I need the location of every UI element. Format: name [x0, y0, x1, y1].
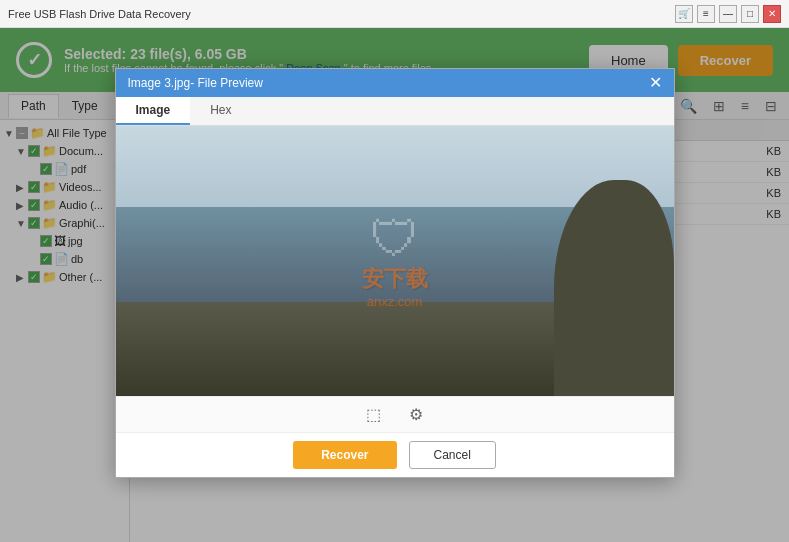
cart-button[interactable]: 🛒 — [675, 5, 693, 23]
modal-overlay: Image 3.jpg- File Preview ✕ Image Hex 🛡 … — [0, 28, 789, 542]
settings-tool-button[interactable]: ⚙ — [403, 403, 429, 426]
close-button[interactable]: ✕ — [763, 5, 781, 23]
restore-button[interactable]: □ — [741, 5, 759, 23]
title-bar: Free USB Flash Drive Data Recovery 🛒 ≡ —… — [0, 0, 789, 28]
minimize-button[interactable]: — — [719, 5, 737, 23]
rock-right-layer — [554, 180, 674, 396]
app-title: Free USB Flash Drive Data Recovery — [8, 8, 191, 20]
modal-tabs: Image Hex — [116, 97, 674, 126]
watermark-url: anxz.com — [367, 294, 423, 309]
modal-header: Image 3.jpg- File Preview ✕ — [116, 69, 674, 97]
file-preview-modal: Image 3.jpg- File Preview ✕ Image Hex 🛡 … — [115, 68, 675, 478]
modal-close-button[interactable]: ✕ — [649, 75, 662, 91]
recover-modal-button[interactable]: Recover — [293, 441, 396, 469]
window-controls: 🛒 ≡ — □ ✕ — [675, 5, 781, 23]
modal-title: Image 3.jpg- File Preview — [128, 76, 263, 90]
shield-icon: 🛡 — [370, 214, 420, 264]
crop-tool-button[interactable]: ⬚ — [360, 403, 387, 426]
modal-tab-hex[interactable]: Hex — [190, 97, 251, 125]
menu-button[interactable]: ≡ — [697, 5, 715, 23]
modal-toolbar: ⬚ ⚙ — [116, 396, 674, 432]
modal-footer: Recover Cancel — [116, 432, 674, 477]
watermark-text: 安下载 — [362, 264, 428, 294]
watermark: 🛡 安下载 anxz.com — [362, 214, 428, 309]
preview-image: 🛡 安下载 anxz.com — [116, 126, 674, 396]
modal-body: 🛡 安下载 anxz.com — [116, 126, 674, 396]
modal-tab-image[interactable]: Image — [116, 97, 191, 125]
cancel-modal-button[interactable]: Cancel — [409, 441, 496, 469]
